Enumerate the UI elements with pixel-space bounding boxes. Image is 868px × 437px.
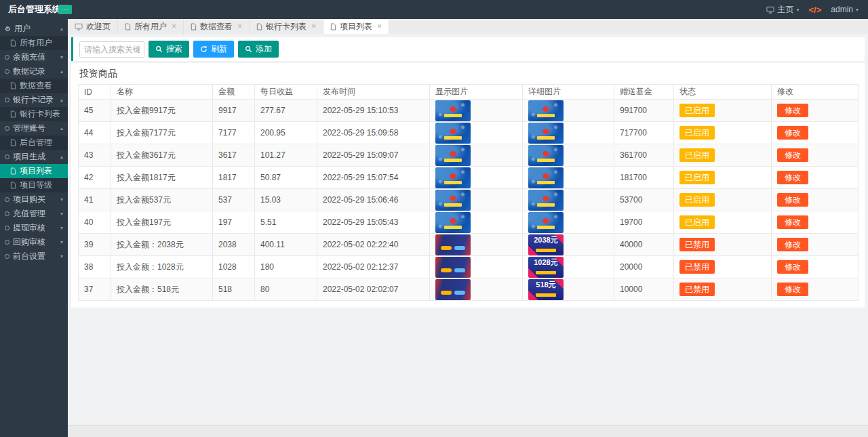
sidebar-item[interactable]: ⚙ 银行卡列表 (0, 107, 68, 121)
cell-publish-time: 2022-05-29 15:07:54 (317, 167, 430, 189)
refresh-button[interactable]: 刷新 (193, 41, 234, 58)
status-badge[interactable]: 已启用 (679, 104, 715, 117)
sidebar-item[interactable]: ⚙ 所有用户 (0, 36, 68, 50)
tab[interactable]: 欢迎页 (68, 19, 118, 34)
sidebar-item[interactable]: ⚙ 充值管理 ▾ (0, 207, 68, 221)
product-detail-image[interactable] (528, 123, 564, 144)
cell-name: 投入金额：518元 (111, 278, 213, 301)
sidebar-item[interactable]: ⚙ 银行卡记录 ▴ (0, 93, 68, 107)
tab-close-icon[interactable]: × (237, 22, 242, 30)
sidebar-item[interactable]: ⚙ 数据记录 ▴ (0, 64, 68, 79)
modify-button[interactable]: 修改 (777, 171, 808, 184)
tab[interactable]: 银行卡列表 × (250, 19, 323, 34)
sidebar-item[interactable]: ⚙ 余额充值 ▾ (0, 50, 68, 64)
sidebar-item[interactable]: ⚙ 管理账号 ▴ (0, 121, 68, 136)
sidebar-item[interactable]: ⚙ 回购审核 ▾ (0, 235, 68, 249)
sidebar-item[interactable]: ⚙ 用户 ▴ (0, 22, 68, 36)
cell-daily-income: 5.51 (255, 211, 317, 234)
status-badge[interactable]: 已启用 (679, 193, 715, 207)
admin-menu[interactable]: admin ▾ (831, 5, 859, 14)
content-area: 搜索 刷新 添加 投资商品 ID名称金额每日收 (68, 34, 868, 425)
cell-display-image (430, 189, 523, 211)
modify-button[interactable]: 修改 (777, 148, 808, 162)
modify-button[interactable]: 修改 (777, 283, 808, 296)
product-detail-image[interactable]: 518元 (528, 279, 564, 300)
cell-daily-income: 15.03 (255, 189, 317, 211)
sidebar-toggle-button[interactable]: ··· (58, 5, 72, 14)
product-display-image[interactable] (435, 100, 471, 121)
cell-detail-image (523, 100, 614, 122)
sidebar-item-label: 银行卡记录 (13, 94, 54, 106)
status-badge[interactable]: 已启用 (679, 126, 715, 140)
product-display-image[interactable] (435, 257, 471, 278)
sidebar-item[interactable]: ⚙ 项目购买 ▾ (0, 192, 68, 207)
cell-publish-time: 2022-05-29 15:05:43 (317, 211, 430, 234)
sidebar-item[interactable]: ⚙ 项目列表 (0, 164, 68, 178)
document-icon (10, 182, 16, 189)
product-detail-image[interactable]: 1028元 (528, 257, 564, 278)
modify-button[interactable]: 修改 (777, 193, 808, 207)
cell-gift-fund: 53700 (614, 189, 674, 211)
product-display-image[interactable] (435, 212, 471, 233)
footer (68, 425, 868, 437)
product-detail-image[interactable] (528, 145, 564, 166)
table-row: 44 投入金额7177元 7177 200.95 2022-05-29 15:0… (79, 122, 859, 144)
sidebar-item-label: 项目列表 (20, 165, 52, 177)
tab[interactable]: 项目列表 × (323, 19, 389, 34)
sidebar-item[interactable]: ⚙ 前台设置 ▾ (0, 249, 68, 264)
product-detail-image[interactable] (528, 100, 564, 121)
product-display-image[interactable] (435, 190, 471, 211)
search-input[interactable] (79, 41, 144, 58)
product-detail-image[interactable]: 2038元 (528, 234, 564, 255)
cell-detail-image: 1028元 (523, 256, 614, 278)
product-detail-image[interactable] (528, 190, 564, 211)
cell-publish-time: 2022-05-29 15:06:46 (317, 189, 430, 211)
tab-close-icon[interactable]: × (172, 22, 176, 30)
status-badge[interactable]: 已启用 (679, 148, 715, 162)
product-display-image[interactable] (435, 234, 471, 255)
modify-button[interactable]: 修改 (777, 215, 808, 229)
cell-gift-fund: 181700 (614, 167, 674, 189)
modify-button[interactable]: 修改 (777, 260, 808, 274)
table-row: 45 投入金额9917元 9917 277.67 2022-05-29 15:1… (79, 100, 859, 122)
status-badge[interactable]: 已禁用 (679, 260, 715, 274)
tab-close-icon[interactable]: × (311, 22, 316, 30)
product-detail-image[interactable] (528, 212, 564, 233)
sidebar-item-label: 项目等级 (20, 180, 52, 191)
product-display-image[interactable] (435, 167, 471, 188)
sidebar-item[interactable]: ⚙ 项目等级 (0, 178, 68, 192)
cell-detail-image: 2038元 (523, 234, 614, 256)
status-badge[interactable]: 已启用 (679, 171, 715, 184)
add-button[interactable]: 添加 (238, 41, 279, 58)
modify-button[interactable]: 修改 (777, 238, 808, 251)
cell-display-image (430, 234, 523, 256)
cell-daily-income: 200.95 (255, 122, 317, 144)
modify-button[interactable]: 修改 (777, 104, 808, 117)
status-badge[interactable]: 已禁用 (679, 238, 715, 251)
tab[interactable]: 数据查看 × (184, 19, 250, 34)
chevron-icon: ▾ (60, 253, 63, 259)
sidebar-item[interactable]: ⚙ 后台管理 (0, 136, 68, 150)
sidebar-item[interactable]: ⚙ 提现审核 ▾ (0, 221, 68, 235)
cell-status: 已启用 (674, 122, 772, 144)
cell-gift-fund: 10000 (614, 278, 674, 301)
sidebar-item-label: 项目生成 (13, 151, 45, 163)
app-title: 后台管理系统 (0, 3, 56, 16)
modify-button[interactable]: 修改 (777, 126, 808, 140)
document-icon (10, 82, 16, 89)
tab[interactable]: 所有用户 × (118, 19, 184, 34)
search-button[interactable]: 搜索 (149, 41, 189, 58)
sidebar-item[interactable]: ⚙ 项目生成 ▴ (0, 150, 68, 164)
product-display-image[interactable] (435, 145, 471, 166)
product-display-image[interactable] (435, 123, 471, 144)
sidebar-item[interactable]: ⚙ 数据查看 (0, 79, 68, 93)
chevron-icon: ▾ (60, 54, 63, 60)
product-detail-image[interactable] (528, 167, 564, 188)
cell-status: 已禁用 (674, 234, 772, 256)
tab-close-icon[interactable]: × (377, 22, 382, 30)
monitor-icon (75, 23, 83, 30)
status-badge[interactable]: 已启用 (679, 215, 715, 229)
status-badge[interactable]: 已禁用 (679, 283, 715, 296)
product-display-image[interactable] (435, 279, 471, 300)
home-menu[interactable]: 主页 ▾ (766, 4, 799, 16)
